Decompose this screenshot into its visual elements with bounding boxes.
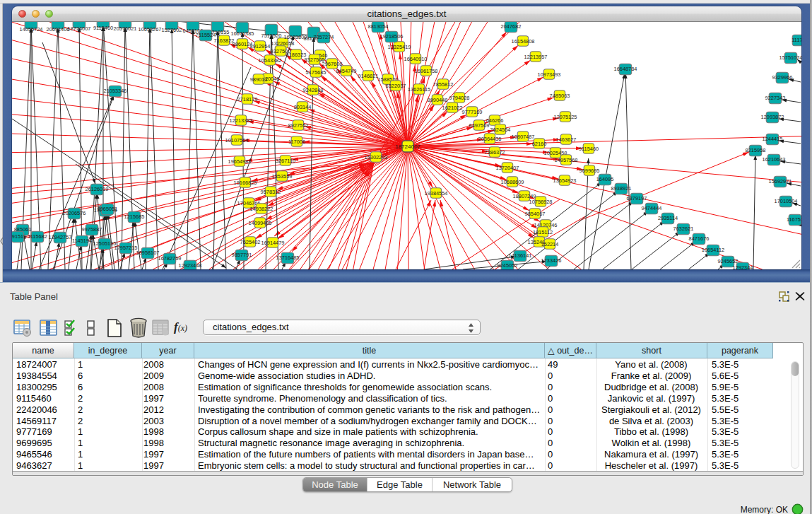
- svg-text:3624554: 3624554: [490, 127, 511, 133]
- svg-text:12923448: 12923448: [179, 262, 202, 269]
- svg-text:20364436: 20364436: [478, 136, 502, 142]
- svg-text:5175685: 5175685: [306, 69, 326, 76]
- svg-text:1292344: 1292344: [733, 264, 753, 269]
- svg-text:21053346: 21053346: [104, 88, 127, 94]
- svg-text:1145194: 1145194: [72, 238, 92, 244]
- svg-text:1353559: 1353559: [272, 173, 293, 180]
- svg-text:9578312: 9578312: [261, 189, 281, 195]
- svg-text:10958107: 10958107: [136, 250, 160, 256]
- svg-text:116753: 116753: [787, 216, 801, 223]
- svg-text:13626115: 13626115: [408, 86, 430, 93]
- svg-text:20206576: 20206576: [63, 210, 86, 216]
- svg-text:16210643: 16210643: [763, 156, 786, 163]
- svg-text:10688609: 10688609: [501, 179, 524, 185]
- svg-text:7625402: 7625402: [240, 239, 261, 245]
- svg-text:19654983: 19654983: [228, 158, 252, 165]
- svg-text:10756928: 10756928: [529, 199, 553, 205]
- svg-text:10654112: 10654112: [702, 247, 724, 253]
- svg-text:2047682: 2047682: [501, 23, 522, 30]
- svg-text:12975125: 12975125: [554, 114, 577, 120]
- svg-text:14136141: 14136141: [509, 252, 532, 259]
- svg-text:117006: 117006: [288, 139, 305, 145]
- svg-text:391519: 391519: [12, 233, 26, 240]
- svg-text:16640910: 16640910: [404, 56, 428, 62]
- svg-text:17010504: 17010504: [775, 198, 798, 204]
- svg-text:20691406: 20691406: [47, 26, 70, 33]
- svg-text:1815112: 1815112: [533, 229, 553, 235]
- svg-text:9857791: 9857791: [232, 252, 252, 258]
- svg-text:15692971: 15692971: [769, 178, 792, 185]
- svg-text:9699695: 9699695: [579, 168, 600, 174]
- svg-text:15751074: 15751074: [779, 54, 801, 61]
- svg-text:9777169: 9777169: [462, 109, 483, 115]
- svg-text:26126019: 26126019: [86, 186, 109, 192]
- svg-text:10973493: 10973493: [538, 71, 561, 78]
- svg-text:9146821: 9146821: [358, 73, 379, 79]
- svg-text:12093872: 12093872: [761, 114, 784, 120]
- svg-text:16961758: 16961758: [415, 68, 438, 74]
- svg-text:2935114: 2935114: [658, 215, 678, 221]
- svg-text:13720407: 13720407: [496, 165, 519, 171]
- svg-text:16914479: 16914479: [261, 240, 285, 246]
- svg-text:8454749: 8454749: [336, 68, 357, 74]
- svg-text:9245052: 9245052: [498, 262, 518, 269]
- svg-text:9227343: 9227343: [765, 95, 786, 101]
- svg-text:2967608: 2967608: [322, 61, 343, 67]
- svg-text:12505135: 12505135: [93, 240, 117, 247]
- svg-text:8186323: 8186323: [286, 52, 307, 58]
- svg-text:8471676: 8471676: [689, 235, 710, 242]
- svg-text:8965051: 8965051: [98, 206, 118, 212]
- svg-text:16154808: 16154808: [512, 38, 535, 45]
- svg-text:7386372: 7386372: [485, 149, 505, 156]
- svg-text:8927552: 8927552: [288, 122, 309, 129]
- svg-text:8990448: 8990448: [428, 97, 448, 103]
- svg-text:17957215: 17957215: [114, 245, 138, 251]
- svg-text:646266: 646266: [486, 117, 504, 124]
- svg-text:19384554: 19384554: [425, 190, 448, 197]
- svg-text:9329966: 9329966: [772, 74, 793, 81]
- svg-text:14055724: 14055724: [20, 26, 43, 33]
- svg-text:9115460: 9115460: [579, 146, 599, 152]
- svg-text:9115460: 9115460: [93, 25, 113, 31]
- svg-text:9245652: 9245652: [718, 258, 739, 264]
- svg-text:12213383: 12213383: [230, 117, 253, 124]
- svg-text:19166825: 19166825: [234, 180, 257, 186]
- svg-text:1115682: 1115682: [28, 233, 47, 240]
- svg-text:6879197: 6879197: [627, 195, 647, 201]
- svg-text:13325419: 13325419: [388, 44, 411, 50]
- svg-text:1215685: 1215685: [124, 214, 145, 220]
- svg-text:9242848: 9242848: [303, 87, 324, 93]
- svg-text:989013: 989013: [250, 76, 268, 83]
- svg-text:9794028: 9794028: [449, 95, 470, 101]
- svg-text:7515524: 7515524: [196, 32, 216, 38]
- svg-text:11172: 11172: [792, 37, 801, 43]
- svg-text:10653267: 10653267: [139, 26, 162, 33]
- svg-text:3267110: 3267110: [276, 158, 295, 164]
- svg-text:18724007: 18724007: [68, 25, 91, 32]
- svg-text:12213957: 12213957: [524, 54, 548, 60]
- svg-text:9474444: 9474444: [642, 205, 662, 211]
- svg-text:1527602: 1527602: [162, 27, 182, 33]
- svg-text:1621022: 1621022: [442, 105, 463, 111]
- svg-text:7485063: 7485063: [550, 93, 570, 99]
- svg-text:7515520: 7515520: [261, 33, 282, 39]
- svg-text:14099485: 14099485: [249, 220, 272, 226]
- svg-text:7855812: 7855812: [433, 81, 454, 88]
- svg-text:8938921: 8938921: [611, 185, 632, 192]
- svg-text:10543382: 10543382: [259, 57, 282, 64]
- svg-text:16782759: 16782759: [158, 255, 182, 262]
- svg-text:8813054: 8813054: [368, 23, 389, 30]
- svg-text:8215958: 8215958: [746, 147, 766, 153]
- svg-text:1463627: 1463627: [556, 136, 577, 143]
- svg-text:8912954: 8912954: [250, 43, 271, 49]
- svg-text:1244415: 1244415: [763, 136, 783, 142]
- svg-text:10807487: 10807487: [512, 134, 535, 140]
- svg-text:164095: 164095: [596, 176, 614, 182]
- svg-text:7632621: 7632621: [673, 226, 694, 232]
- svg-text:62160: 62160: [532, 141, 547, 147]
- svg-text:13654923: 13654923: [553, 177, 577, 184]
- svg-text:6322037: 6322037: [386, 83, 406, 89]
- svg-text:16648784: 16648784: [614, 66, 637, 72]
- svg-text:14957568: 14957568: [555, 157, 578, 163]
- svg-text:152214: 152214: [541, 241, 559, 247]
